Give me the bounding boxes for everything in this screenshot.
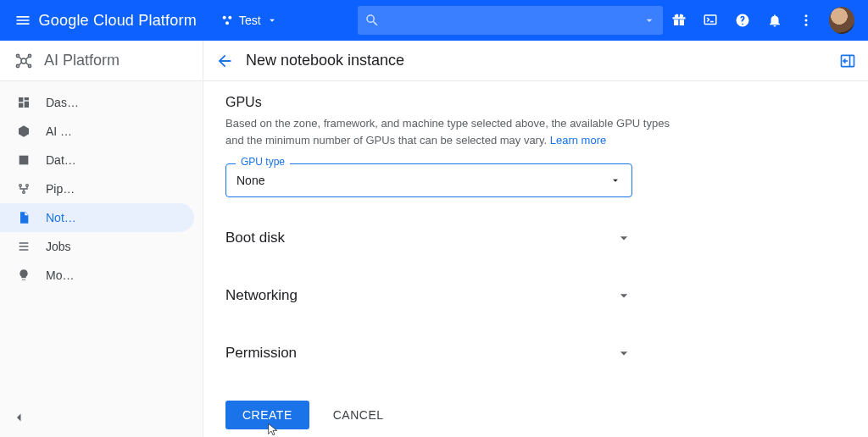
learn-panel-button[interactable] bbox=[839, 53, 856, 69]
sidebar-item-jobs[interactable]: Jobs bbox=[0, 232, 194, 261]
gpus-heading: GPUs bbox=[225, 95, 846, 110]
svg-point-7 bbox=[21, 58, 26, 64]
caret-down-icon bbox=[643, 14, 656, 27]
collapse-sidebar-button[interactable] bbox=[12, 410, 27, 425]
sidebar-item-label: AI … bbox=[46, 124, 72, 138]
sidebar-header: AI Platform bbox=[0, 41, 203, 81]
pipeline-icon bbox=[17, 182, 31, 196]
chevron-down-icon bbox=[615, 345, 632, 362]
svg-point-1 bbox=[228, 16, 231, 19]
sidebar-item-label: Mo… bbox=[46, 268, 74, 282]
cloud-shell-button[interactable] bbox=[695, 0, 727, 41]
bell-icon bbox=[767, 13, 782, 28]
form-scroll-region[interactable]: GPUs Based on the zone, framework, and m… bbox=[203, 81, 868, 437]
sidebar-item-label: Jobs bbox=[46, 240, 71, 253]
gpu-type-field[interactable]: GPU type None bbox=[225, 163, 632, 197]
notifications-button[interactable] bbox=[759, 0, 791, 41]
top-app-bar: Google Cloud Platform Test bbox=[0, 0, 868, 41]
sidebar-item-data[interactable]: Dat… bbox=[0, 146, 194, 174]
sidebar-item-notebooks[interactable]: Not… bbox=[0, 203, 194, 232]
menu-button[interactable] bbox=[7, 0, 39, 41]
hamburger-icon bbox=[14, 12, 31, 29]
sidebar: AI Platform Das… AI … Dat… Pip… Not… bbox=[0, 41, 203, 437]
svg-point-18 bbox=[26, 185, 29, 187]
svg-point-17 bbox=[19, 185, 22, 187]
section-label: Permission bbox=[225, 345, 297, 362]
svg-rect-15 bbox=[19, 103, 23, 108]
learn-more-link[interactable]: Learn more bbox=[550, 134, 606, 147]
svg-rect-3 bbox=[705, 15, 717, 25]
svg-rect-13 bbox=[25, 97, 29, 100]
learn-panel-icon bbox=[839, 53, 856, 69]
section-label: Boot disk bbox=[225, 230, 285, 246]
page-title: New notebook instance bbox=[246, 52, 404, 69]
arrow-left-icon bbox=[215, 52, 234, 70]
sidebar-item-ai-hub[interactable]: AI … bbox=[0, 117, 194, 146]
svg-point-2 bbox=[225, 21, 229, 25]
data-icon bbox=[17, 153, 31, 167]
more-vert-icon bbox=[798, 13, 814, 28]
chevron-left-icon bbox=[12, 410, 27, 425]
search-icon bbox=[364, 13, 380, 28]
svg-point-19 bbox=[23, 191, 25, 194]
sidebar-item-label: Not… bbox=[46, 211, 76, 224]
project-icon bbox=[220, 14, 234, 27]
gpu-type-select[interactable]: None bbox=[225, 163, 632, 197]
search-box[interactable] bbox=[358, 6, 663, 35]
caret-down-icon bbox=[266, 14, 278, 26]
project-name: Test bbox=[239, 14, 261, 27]
cube-icon bbox=[17, 124, 31, 138]
form-actions: CREATE CANCEL bbox=[225, 401, 846, 429]
ai-platform-icon bbox=[14, 51, 34, 71]
sidebar-item-pipelines[interactable]: Pip… bbox=[0, 174, 194, 203]
sidebar-item-label: Pip… bbox=[46, 182, 75, 196]
more-button[interactable] bbox=[790, 0, 822, 41]
gift-button[interactable] bbox=[663, 0, 695, 41]
svg-rect-16 bbox=[19, 156, 29, 165]
sidebar-item-models[interactable]: Mo… bbox=[0, 261, 194, 290]
help-icon bbox=[735, 13, 750, 28]
content-area: New notebook instance GPUs Based on the … bbox=[203, 41, 868, 437]
notebooks-icon bbox=[17, 211, 31, 224]
back-button[interactable] bbox=[215, 52, 234, 70]
section-label: Networking bbox=[225, 287, 298, 304]
search-input[interactable] bbox=[387, 14, 636, 27]
chevron-down-icon bbox=[615, 230, 632, 246]
permission-section[interactable]: Permission bbox=[225, 336, 632, 370]
gpu-type-value: None bbox=[236, 174, 264, 187]
brand-title: Google Cloud Platform bbox=[39, 12, 197, 30]
boot-disk-section[interactable]: Boot disk bbox=[225, 221, 632, 255]
svg-rect-12 bbox=[19, 97, 23, 102]
gpu-type-label: GPU type bbox=[236, 156, 290, 168]
cloud-shell-icon bbox=[703, 13, 718, 28]
sidebar-item-label: Dat… bbox=[46, 153, 76, 167]
create-button[interactable]: CREATE bbox=[225, 401, 309, 429]
cancel-button[interactable]: CANCEL bbox=[333, 408, 384, 422]
sidebar-item-label: Das… bbox=[46, 96, 79, 109]
content-header: New notebook instance bbox=[203, 41, 868, 81]
project-picker[interactable]: Test bbox=[212, 10, 287, 30]
svg-rect-14 bbox=[25, 102, 29, 108]
gpus-help-text: Based on the zone, framework, and machin… bbox=[225, 115, 683, 148]
svg-point-6 bbox=[805, 24, 808, 26]
networking-section[interactable]: Networking bbox=[225, 279, 632, 313]
account-avatar[interactable] bbox=[829, 7, 854, 34]
sidebar-item-dashboard[interactable]: Das… bbox=[0, 88, 194, 117]
chevron-down-icon bbox=[615, 287, 632, 304]
gift-icon bbox=[671, 13, 687, 28]
sidebar-title: AI Platform bbox=[44, 52, 120, 69]
jobs-icon bbox=[17, 240, 31, 253]
help-button[interactable] bbox=[726, 0, 759, 41]
svg-point-0 bbox=[223, 16, 226, 19]
dashboard-icon bbox=[17, 96, 31, 109]
svg-point-5 bbox=[805, 19, 808, 22]
bulb-icon bbox=[17, 268, 31, 282]
svg-point-4 bbox=[805, 14, 808, 17]
caret-down-icon bbox=[609, 174, 621, 186]
